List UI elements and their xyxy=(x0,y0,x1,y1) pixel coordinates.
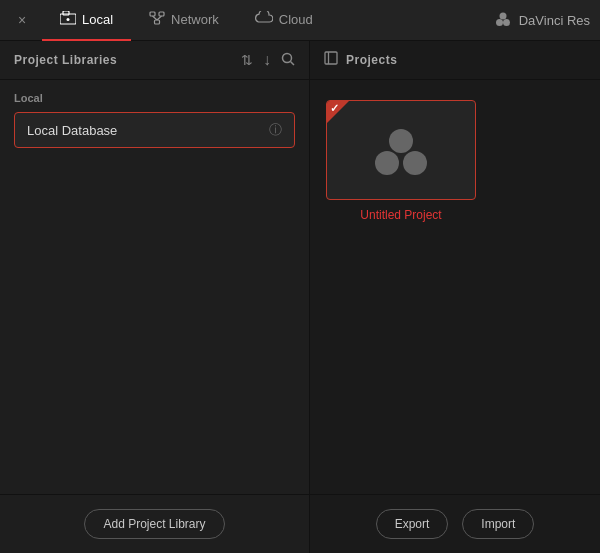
tab-network[interactable]: Network xyxy=(131,0,237,41)
close-button[interactable]: × xyxy=(10,8,34,32)
add-project-library-button[interactable]: Add Project Library xyxy=(84,509,224,539)
svg-point-16 xyxy=(375,151,399,175)
svg-rect-4 xyxy=(159,12,164,16)
project-thumbnail xyxy=(326,100,476,200)
svg-point-10 xyxy=(503,19,510,26)
svg-rect-3 xyxy=(150,12,155,16)
section-label-local: Local xyxy=(14,92,295,104)
panel-header: Project Libraries ↓ xyxy=(0,41,309,80)
close-icon: × xyxy=(18,12,26,28)
svg-line-12 xyxy=(291,61,295,65)
library-item-local-db[interactable]: Local Database ⓘ xyxy=(14,112,295,148)
nav-tabs: Local Network Cloud xyxy=(42,0,492,41)
tab-cloud-label: Cloud xyxy=(279,12,313,27)
panel-title: Project Libraries xyxy=(14,53,117,67)
right-header: Projects xyxy=(310,41,600,80)
library-item-name: Local Database xyxy=(27,123,117,138)
svg-point-17 xyxy=(403,151,427,175)
main-container: Project Libraries ↓ Local Local Database… xyxy=(0,41,600,553)
svg-line-6 xyxy=(153,16,158,20)
export-button[interactable]: Export xyxy=(376,509,449,539)
app-title: DaVinci Res xyxy=(519,13,590,28)
import-button[interactable]: Import xyxy=(462,509,534,539)
sort-icon[interactable] xyxy=(241,52,253,68)
svg-point-15 xyxy=(389,129,413,153)
right-panel: Projects Untitled Project Export Import xyxy=(310,41,600,553)
left-footer: Add Project Library xyxy=(0,494,309,553)
svg-point-2 xyxy=(67,18,70,21)
panel-actions: ↓ xyxy=(241,51,295,69)
tab-network-label: Network xyxy=(171,12,219,27)
svg-point-8 xyxy=(499,13,506,20)
project-card-untitled[interactable]: Untitled Project xyxy=(326,100,476,222)
app-brand: DaVinci Res xyxy=(492,9,590,31)
left-panel: Project Libraries ↓ Local Local Database… xyxy=(0,41,310,553)
svg-line-7 xyxy=(157,16,162,20)
library-item-info-icon: ⓘ xyxy=(269,121,282,139)
tab-local-label: Local xyxy=(82,12,113,27)
svg-point-11 xyxy=(283,53,292,62)
download-icon[interactable]: ↓ xyxy=(263,51,271,69)
search-icon[interactable] xyxy=(281,52,295,69)
tab-local[interactable]: Local xyxy=(42,0,131,41)
svg-point-9 xyxy=(496,19,503,26)
right-footer: Export Import xyxy=(310,494,600,553)
tab-cloud[interactable]: Cloud xyxy=(237,0,331,41)
cloud-icon xyxy=(255,11,273,28)
network-icon xyxy=(149,11,165,28)
svg-rect-13 xyxy=(325,52,337,64)
panel-icon xyxy=(324,51,338,69)
projects-grid: Untitled Project xyxy=(310,80,600,494)
right-panel-title: Projects xyxy=(346,53,397,67)
project-thumbnail-icon xyxy=(371,123,431,178)
local-icon xyxy=(60,11,76,28)
project-name: Untitled Project xyxy=(360,208,441,222)
library-section: Local Local Database ⓘ xyxy=(0,80,309,494)
davinci-logo-icon xyxy=(492,9,514,31)
top-nav: × Local xyxy=(0,0,600,41)
svg-rect-5 xyxy=(155,20,160,24)
